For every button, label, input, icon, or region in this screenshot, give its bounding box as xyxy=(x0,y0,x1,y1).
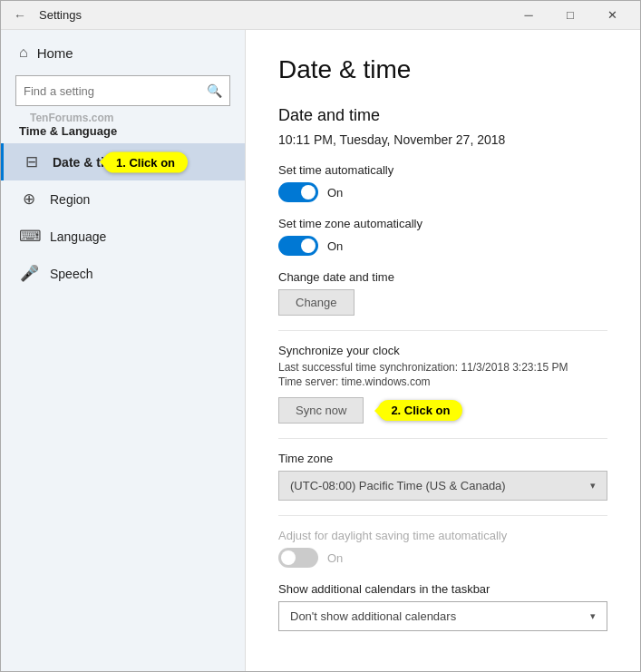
daylight-section: Adjust for daylight saving time automati… xyxy=(278,529,607,568)
sync-title: Synchronize your clock xyxy=(278,344,607,357)
callout-2: 2. Click on xyxy=(378,400,462,421)
language-icon: ⌨ xyxy=(19,227,39,246)
sync-info-2: Time server: time.windows.com xyxy=(278,375,607,388)
toggle-knob xyxy=(301,185,316,200)
date-time-icon: ⊟ xyxy=(22,152,42,171)
daylight-value: On xyxy=(327,551,343,565)
daylight-toggle-row: On xyxy=(278,548,607,568)
close-button[interactable]: ✕ xyxy=(591,1,633,30)
time-zone-section: Time zone (UTC-08:00) Pacific Time (US &… xyxy=(278,452,607,501)
region-icon: ⊕ xyxy=(19,190,39,209)
dropdown-arrow-2-icon: ▾ xyxy=(590,610,596,622)
change-date-time-row: Change date and time Change xyxy=(278,270,607,316)
time-zone-dropdown[interactable]: (UTC-08:00) Pacific Time (US & Canada) ▾ xyxy=(278,471,607,501)
set-time-auto-toggle-row: On xyxy=(278,182,607,202)
set-timezone-auto-toggle-row: On xyxy=(278,236,607,256)
minimize-button[interactable]: ─ xyxy=(508,1,549,30)
toggle-knob-2 xyxy=(301,239,316,253)
set-time-auto-label: Set time automatically xyxy=(278,163,607,177)
divider-1 xyxy=(278,330,607,331)
search-input[interactable] xyxy=(16,84,199,98)
content-area: Date & time Date and time 10:11 PM, Tues… xyxy=(246,30,640,671)
calendars-value: Don't show additional calendars xyxy=(290,609,456,623)
set-timezone-auto-label: Set time zone automatically xyxy=(278,217,607,230)
back-button[interactable]: ← xyxy=(8,6,32,24)
sidebar-section-title: Time & Language xyxy=(1,117,245,143)
time-zone-value: (UTC-08:00) Pacific Time (US & Canada) xyxy=(290,479,506,492)
region-label: Region xyxy=(50,192,90,207)
sync-section: Synchronize your clock Last successful t… xyxy=(278,344,607,424)
callout-1: 1. Click on xyxy=(103,151,188,172)
current-time-display: 10:11 PM, Tuesday, November 27, 2018 xyxy=(278,132,607,147)
time-zone-label: Time zone xyxy=(278,452,607,465)
set-timezone-auto-toggle[interactable] xyxy=(278,236,318,256)
set-time-auto-toggle[interactable] xyxy=(278,182,318,202)
sync-info-1: Last successful time synchronization: 11… xyxy=(278,361,607,374)
speech-icon: 🎤 xyxy=(19,264,39,283)
set-timezone-auto-row: Set time zone automatically On xyxy=(278,217,607,256)
sidebar-item-region[interactable]: ⊕ Region xyxy=(1,180,245,218)
language-label: Language xyxy=(50,229,106,244)
change-date-time-label: Change date and time xyxy=(278,270,607,284)
set-time-auto-value: On xyxy=(327,186,343,200)
daylight-toggle[interactable] xyxy=(278,548,318,568)
search-button[interactable]: 🔍 xyxy=(199,83,229,98)
divider-3 xyxy=(278,515,607,516)
sync-now-button[interactable]: Sync now xyxy=(278,397,364,424)
sidebar-item-speech[interactable]: 🎤 Speech xyxy=(1,255,245,292)
set-timezone-auto-value: On xyxy=(327,239,343,253)
daylight-label: Adjust for daylight saving time automati… xyxy=(278,529,607,542)
maximize-button[interactable]: □ xyxy=(549,1,591,30)
calendars-dropdown[interactable]: Don't show additional calendars ▾ xyxy=(278,601,607,631)
home-icon: ⌂ xyxy=(19,44,28,61)
date-and-time-section-title: Date and time xyxy=(278,106,607,125)
sidebar: TenForums.com ⌂ Home 🔍 Time & Language ⊟… xyxy=(1,30,246,671)
speech-label: Speech xyxy=(50,267,92,281)
main-area: TenForums.com ⌂ Home 🔍 Time & Language ⊟… xyxy=(1,30,640,671)
settings-window: ← Settings ─ □ ✕ TenForums.com ⌂ Home 🔍 … xyxy=(0,0,641,672)
page-title: Date & time xyxy=(278,55,607,84)
divider-2 xyxy=(278,438,607,439)
change-button[interactable]: Change xyxy=(278,289,354,316)
window-controls: ─ □ ✕ xyxy=(508,1,633,30)
calendars-label: Show additional calendars in the taskbar xyxy=(278,582,607,596)
home-label: Home xyxy=(37,45,73,61)
titlebar-title: Settings xyxy=(39,8,508,22)
sidebar-item-language[interactable]: ⌨ Language xyxy=(1,218,245,255)
calendars-section: Show additional calendars in the taskbar… xyxy=(278,582,607,631)
sync-row: Sync now 2. Click on xyxy=(278,397,607,424)
titlebar: ← Settings ─ □ ✕ xyxy=(1,1,640,30)
dropdown-arrow-icon: ▾ xyxy=(590,480,596,492)
sidebar-item-home[interactable]: ⌂ Home xyxy=(1,30,245,75)
search-box: 🔍 xyxy=(15,75,230,106)
sidebar-item-date-time[interactable]: ⊟ Date & time 1. Click on xyxy=(1,143,245,180)
toggle-knob-3 xyxy=(281,550,296,565)
set-time-auto-row: Set time automatically On xyxy=(278,163,607,202)
